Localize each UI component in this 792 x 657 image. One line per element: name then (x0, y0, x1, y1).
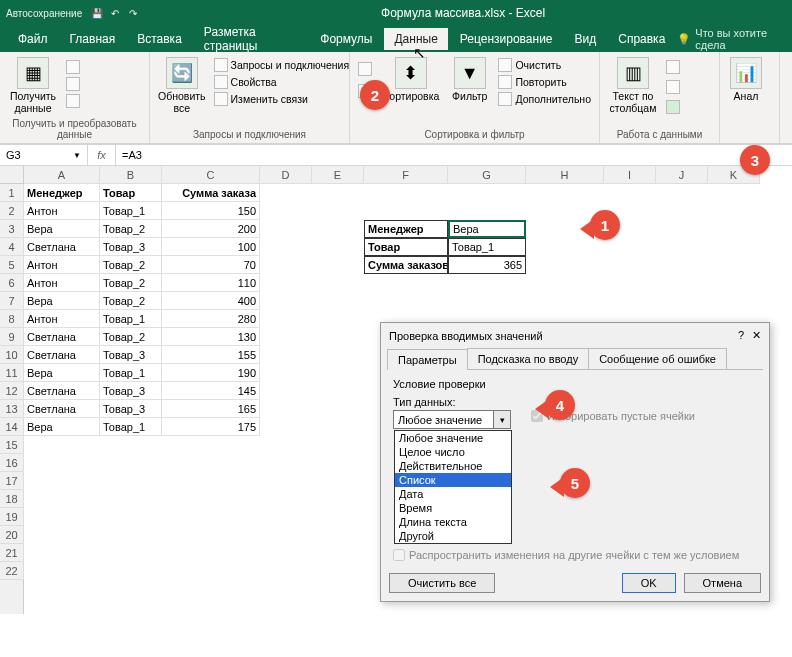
cell-G3[interactable]: Вера (448, 220, 526, 238)
analysis-button[interactable]: 📊 Анал (726, 55, 766, 105)
cell-C2[interactable]: 150 (162, 202, 260, 220)
cell-A11[interactable]: Вера (24, 364, 100, 382)
cell-C8[interactable]: 280 (162, 310, 260, 328)
row-header-19[interactable]: 19 (0, 508, 24, 526)
cell-C4[interactable]: 100 (162, 238, 260, 256)
menu-file[interactable]: Файл (8, 28, 58, 50)
cell-C5[interactable]: 70 (162, 256, 260, 274)
cell-B6[interactable]: Товар_2 (100, 274, 162, 292)
cell-C1[interactable]: Сумма заказа (162, 184, 260, 202)
col-header-D[interactable]: D (260, 166, 312, 184)
text-to-columns-button[interactable]: ▥ Текст по столбцам (606, 55, 660, 116)
help-icon[interactable]: ? (738, 329, 744, 342)
row-header-14[interactable]: 14 (0, 418, 24, 436)
cell-F4[interactable]: Товар (364, 238, 448, 256)
queries-connections-button[interactable]: Запросы и подключения (212, 57, 352, 73)
filter-button[interactable]: ▼ Фильтр (447, 55, 492, 105)
edit-links-button[interactable]: Изменить связи (212, 91, 352, 107)
row-header-18[interactable]: 18 (0, 490, 24, 508)
cell-F3[interactable]: Менеджер (364, 220, 448, 238)
cell-B11[interactable]: Товар_1 (100, 364, 162, 382)
cell-B4[interactable]: Товар_3 (100, 238, 162, 256)
cell-G4[interactable]: Товар_1 (448, 238, 526, 256)
dropdown-option[interactable]: Дата (395, 487, 511, 501)
menu-home[interactable]: Главная (60, 28, 126, 50)
row-header-11[interactable]: 11 (0, 364, 24, 382)
undo-icon[interactable]: ↶ (108, 6, 122, 20)
cell-A9[interactable]: Светлана (24, 328, 100, 346)
cell-C13[interactable]: 165 (162, 400, 260, 418)
refresh-all-button[interactable]: 🔄 Обновить все (156, 55, 208, 116)
cell-B5[interactable]: Товар_2 (100, 256, 162, 274)
dropdown-option[interactable]: Время (395, 501, 511, 515)
cell-A3[interactable]: Вера (24, 220, 100, 238)
row-header-21[interactable]: 21 (0, 544, 24, 562)
cell-B14[interactable]: Товар_1 (100, 418, 162, 436)
row-header-15[interactable]: 15 (0, 436, 24, 454)
row-header-10[interactable]: 10 (0, 346, 24, 364)
cell-F5[interactable]: Сумма заказов (364, 256, 448, 274)
tab-input-message[interactable]: Подсказка по вводу (467, 348, 590, 369)
name-box[interactable]: G3 ▼ (0, 145, 88, 165)
cell-A7[interactable]: Вера (24, 292, 100, 310)
cell-B12[interactable]: Товар_3 (100, 382, 162, 400)
cell-A14[interactable]: Вера (24, 418, 100, 436)
cell-A6[interactable]: Антон (24, 274, 100, 292)
sort-az-button[interactable] (356, 61, 374, 77)
row-header-22[interactable]: 22 (0, 562, 24, 580)
dialog-title-bar[interactable]: Проверка вводимых значений ? ✕ (381, 323, 769, 348)
cell-A10[interactable]: Светлана (24, 346, 100, 364)
from-table-button[interactable] (64, 93, 82, 109)
dropdown-option[interactable]: Действительное (395, 459, 511, 473)
save-icon[interactable]: 💾 (90, 6, 104, 20)
cell-C6[interactable]: 110 (162, 274, 260, 292)
ok-button[interactable]: OK (622, 573, 676, 593)
row-header-16[interactable]: 16 (0, 454, 24, 472)
properties-button[interactable]: Свойства (212, 74, 352, 90)
cell-A2[interactable]: Антон (24, 202, 100, 220)
row-header-9[interactable]: 9 (0, 328, 24, 346)
col-header-E[interactable]: E (312, 166, 364, 184)
clear-filter-button[interactable]: Очистить (496, 57, 593, 73)
cell-A13[interactable]: Светлана (24, 400, 100, 418)
row-header-12[interactable]: 12 (0, 382, 24, 400)
flash-fill-button[interactable] (664, 59, 682, 75)
row-header-13[interactable]: 13 (0, 400, 24, 418)
formula-input[interactable]: =A3 (116, 149, 792, 161)
get-data-button[interactable]: ▦ Получить данные (6, 55, 60, 116)
tab-parameters[interactable]: Параметры (387, 349, 468, 370)
col-header-F[interactable]: F (364, 166, 448, 184)
dropdown-option[interactable]: Длина текста (395, 515, 511, 529)
col-header-H[interactable]: H (526, 166, 604, 184)
advanced-filter-button[interactable]: Дополнительно (496, 91, 593, 107)
select-all-corner[interactable] (0, 166, 24, 184)
cell-C7[interactable]: 400 (162, 292, 260, 310)
cell-B8[interactable]: Товар_1 (100, 310, 162, 328)
cell-B1[interactable]: Товар (100, 184, 162, 202)
cell-C9[interactable]: 130 (162, 328, 260, 346)
row-header-2[interactable]: 2 (0, 202, 24, 220)
dropdown-option[interactable]: Целое число (395, 445, 511, 459)
cell-A4[interactable]: Светлана (24, 238, 100, 256)
dropdown-option[interactable]: Список (395, 473, 511, 487)
dropdown-option[interactable]: Другой (395, 529, 511, 543)
reapply-button[interactable]: Повторить (496, 74, 593, 90)
cell-C10[interactable]: 155 (162, 346, 260, 364)
col-header-C[interactable]: C (162, 166, 260, 184)
row-header-5[interactable]: 5 (0, 256, 24, 274)
cell-C12[interactable]: 145 (162, 382, 260, 400)
cancel-button[interactable]: Отмена (684, 573, 761, 593)
col-header-B[interactable]: B (100, 166, 162, 184)
close-icon[interactable]: ✕ (752, 329, 761, 342)
menu-view[interactable]: Вид (565, 28, 607, 50)
cell-B3[interactable]: Товар_2 (100, 220, 162, 238)
cell-A1[interactable]: Менеджер (24, 184, 100, 202)
tab-error-alert[interactable]: Сообщение об ошибке (588, 348, 727, 369)
col-header-A[interactable]: A (24, 166, 100, 184)
row-header-4[interactable]: 4 (0, 238, 24, 256)
col-header-G[interactable]: G (448, 166, 526, 184)
menu-review[interactable]: Рецензирование (450, 28, 563, 50)
from-web-button[interactable] (64, 76, 82, 92)
row-header-1[interactable]: 1 (0, 184, 24, 202)
row-header-7[interactable]: 7 (0, 292, 24, 310)
